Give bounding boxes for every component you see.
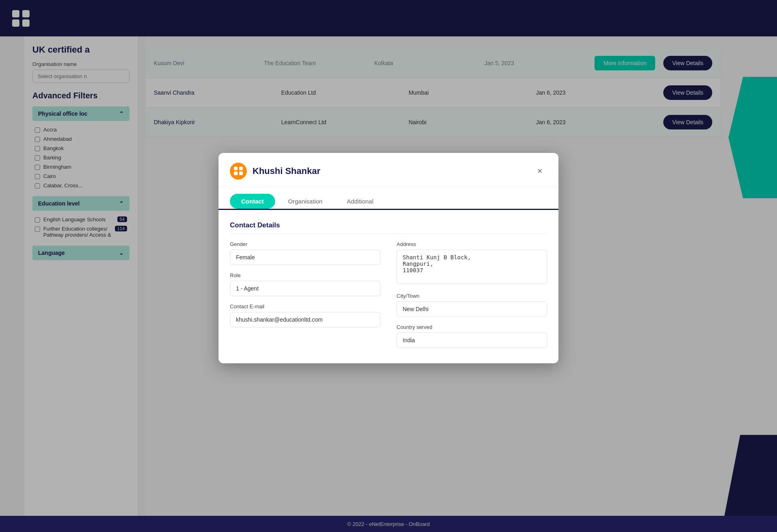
email-label: Contact E-mail: [230, 303, 380, 309]
address-input[interactable]: Shanti Kunj B Block, Rangpuri, 110037: [397, 250, 547, 284]
country-input[interactable]: [397, 333, 547, 348]
form-right-column: Address Shanti Kunj B Block, Rangpuri, 1…: [397, 241, 547, 355]
tab-additional[interactable]: Additional: [335, 194, 385, 209]
contact-details-form: Gender Role Contact E-mail Addr: [230, 241, 547, 355]
address-label: Address: [397, 241, 547, 247]
address-group: Address Shanti Kunj B Block, Rangpuri, 1…: [397, 241, 547, 286]
country-group: Country served: [397, 324, 547, 348]
tab-organisation[interactable]: Organisation: [277, 194, 334, 209]
avatar: [230, 163, 247, 180]
gender-group: Gender: [230, 241, 380, 265]
form-left-column: Gender Role Contact E-mail: [230, 241, 380, 355]
footer: © 2022 - eNetEnterprise - OnBoard: [0, 516, 777, 532]
modal-header: Khushi Shankar ×: [219, 153, 558, 187]
avatar-dot-4: [239, 172, 243, 175]
modal-person-name: Khushi Shankar: [253, 166, 527, 176]
avatar-dot-2: [239, 167, 243, 170]
city-label: City/Town: [397, 293, 547, 299]
email-group: Contact E-mail: [230, 303, 380, 327]
modal-body: Contact Details Gender Role Contact E-ma…: [219, 210, 558, 363]
contact-detail-modal: Khushi Shankar × Contact Organisation Ad…: [219, 153, 558, 363]
modal-close-button[interactable]: ×: [533, 164, 547, 178]
avatar-dot-3: [234, 172, 238, 175]
city-input[interactable]: [397, 301, 547, 317]
city-group: City/Town: [397, 293, 547, 317]
email-input[interactable]: [230, 312, 380, 327]
footer-text: © 2022 - eNetEnterprise - OnBoard: [347, 521, 430, 527]
role-group: Role: [230, 272, 380, 296]
avatar-icon: [234, 167, 243, 175]
modal-tabs: Contact Organisation Additional: [219, 187, 558, 210]
country-label: Country served: [397, 324, 547, 330]
gender-input[interactable]: [230, 250, 380, 265]
role-label: Role: [230, 272, 380, 278]
tab-contact[interactable]: Contact: [230, 194, 275, 209]
gender-label: Gender: [230, 241, 380, 247]
contact-details-title: Contact Details: [230, 221, 547, 234]
avatar-dot-1: [234, 167, 238, 170]
role-input[interactable]: [230, 281, 380, 296]
modal-overlay: Khushi Shankar × Contact Organisation Ad…: [0, 0, 777, 516]
